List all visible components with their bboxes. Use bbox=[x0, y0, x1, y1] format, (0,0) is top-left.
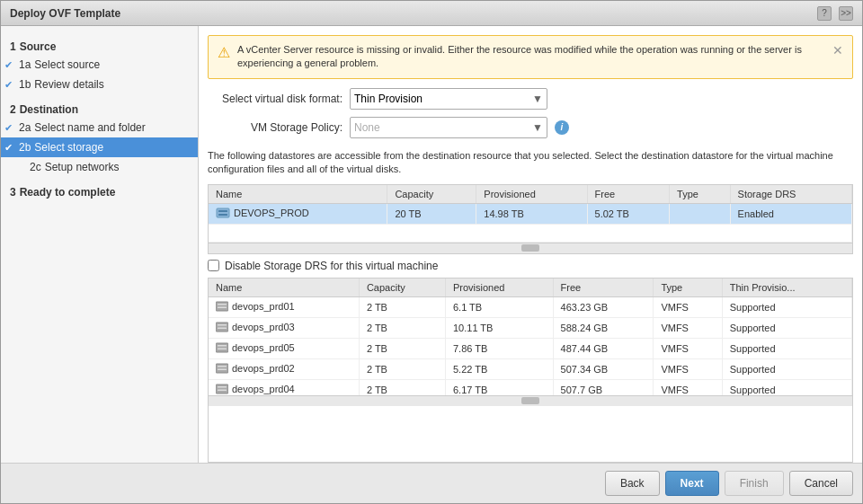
table-row[interactable]: devops_prd01 2 TB 6.1 TB 463.23 GB VMFS … bbox=[209, 296, 852, 317]
svg-rect-17 bbox=[218, 389, 227, 391]
disk-icon bbox=[216, 301, 228, 312]
sidebar-item-2c[interactable]: 2c Setup networks bbox=[1, 157, 198, 177]
table-row[interactable]: devops_prd04 2 TB 6.17 TB 507.7 GB VMFS … bbox=[209, 379, 852, 395]
cell-provisioned: 7.86 TB bbox=[445, 338, 553, 358]
cell-name: devops_prd05 bbox=[209, 338, 359, 358]
cell-type: VMFS bbox=[654, 296, 722, 317]
cell-thin-provision: Supported bbox=[722, 317, 851, 338]
col-capacity: Capacity bbox=[359, 279, 445, 297]
svg-rect-5 bbox=[218, 306, 227, 308]
cell-provisioned: 14.98 TB bbox=[476, 203, 587, 224]
cell-free: 507.7 GB bbox=[553, 379, 654, 395]
cell-name: DEVOPS_PROD bbox=[209, 203, 387, 224]
sidebar-item-1b[interactable]: ✔ 1b Review details bbox=[1, 75, 198, 94]
sidebar-item-1a[interactable]: ✔ 1a Select source bbox=[1, 55, 198, 75]
cell-type: VMFS bbox=[654, 358, 722, 379]
back-button[interactable]: Back bbox=[605, 471, 660, 496]
cell-capacity: 2 TB bbox=[359, 317, 445, 338]
disk-format-label: Select virtual disk format: bbox=[208, 93, 343, 105]
col-thin-provision: Thin Provisio... bbox=[722, 279, 851, 297]
alert-close-button[interactable]: ✕ bbox=[832, 43, 843, 57]
sidebar-section-destination: 2 Destination bbox=[1, 98, 198, 118]
col-storage-drs: Storage DRS bbox=[730, 185, 851, 204]
cell-capacity: 2 TB bbox=[359, 338, 445, 358]
deploy-ovf-dialog: Deploy OVF Template ? >> 1 Source ✔ 1a S… bbox=[0, 0, 863, 504]
svg-rect-11 bbox=[218, 348, 227, 349]
top-table: Name Capacity Provisioned Free Type Stor… bbox=[208, 184, 853, 254]
titlebar: Deploy OVF Template ? >> bbox=[1, 1, 862, 26]
disk-format-select[interactable]: Thin Provision ▼ bbox=[350, 88, 547, 110]
table-row[interactable]: devops_prd02 2 TB 5.22 TB 507.34 GB VMFS… bbox=[209, 358, 852, 379]
cell-free: 5.02 TB bbox=[587, 203, 670, 224]
cell-thin-provision: Supported bbox=[722, 379, 851, 395]
main-content: 1 Source ✔ 1a Select source ✔ 1b Review … bbox=[1, 26, 862, 463]
form-area: Select virtual disk format: Thin Provisi… bbox=[199, 88, 862, 146]
sidebar-section-ready: 3 Ready to complete bbox=[1, 181, 198, 200]
expand-button[interactable]: >> bbox=[839, 6, 853, 21]
cell-capacity: 2 TB bbox=[359, 379, 445, 395]
cell-type bbox=[670, 203, 731, 224]
table-row[interactable]: devops_prd03 2 TB 10.11 TB 588.24 GB VMF… bbox=[209, 317, 852, 338]
cell-thin-provision: Supported bbox=[722, 358, 851, 379]
col-type: Type bbox=[654, 279, 722, 297]
top-table-scrollbar[interactable] bbox=[209, 243, 852, 253]
svg-rect-8 bbox=[218, 327, 227, 329]
cancel-button[interactable]: Cancel bbox=[789, 471, 853, 496]
bottom-table: Name Capacity Provisioned Free Type Thin… bbox=[208, 278, 853, 463]
cell-free: 507.34 GB bbox=[553, 358, 654, 379]
cell-storage-drs: Enabled bbox=[730, 203, 851, 224]
cell-name: devops_prd02 bbox=[209, 358, 359, 379]
titlebar-icons: ? >> bbox=[817, 6, 853, 21]
warning-icon: ⚠ bbox=[218, 44, 230, 61]
alert-text: A vCenter Server resource is missing or … bbox=[237, 43, 825, 71]
svg-rect-6 bbox=[216, 323, 228, 332]
svg-rect-2 bbox=[218, 214, 227, 216]
table-row-empty bbox=[209, 224, 852, 242]
top-table-scroll[interactable]: Name Capacity Provisioned Free Type Stor… bbox=[209, 185, 852, 243]
disk-icon bbox=[216, 342, 228, 353]
next-button[interactable]: Next bbox=[665, 471, 719, 496]
main-panel: ⚠ A vCenter Server resource is missing o… bbox=[199, 26, 862, 463]
window-title: Deploy OVF Template bbox=[10, 7, 120, 20]
cell-provisioned: 6.1 TB bbox=[445, 296, 553, 317]
cell-provisioned: 10.11 TB bbox=[445, 317, 553, 338]
col-provisioned: Provisioned bbox=[445, 279, 553, 297]
sidebar-item-2a[interactable]: ✔ 2a Select name and folder bbox=[1, 118, 198, 137]
cell-name: devops_prd04 bbox=[209, 379, 359, 395]
table-row[interactable]: devops_prd05 2 TB 7.86 TB 487.44 GB VMFS… bbox=[209, 338, 852, 358]
cell-thin-provision: Supported bbox=[722, 296, 851, 317]
footer: Back Next Finish Cancel bbox=[1, 463, 862, 503]
svg-rect-9 bbox=[216, 343, 228, 352]
disable-drs-row: Disable Storage DRS for this virtual mac… bbox=[199, 254, 862, 278]
disk-icon bbox=[216, 363, 228, 374]
finish-button[interactable]: Finish bbox=[725, 471, 784, 496]
table-row[interactable]: DEVOPS_PROD 20 TB 14.98 TB 5.02 TB Enabl… bbox=[209, 203, 852, 224]
sidebar-item-2b[interactable]: ✔ 2b Select storage bbox=[1, 137, 198, 157]
info-icon[interactable]: i bbox=[555, 120, 569, 135]
help-button[interactable]: ? bbox=[817, 6, 832, 21]
svg-rect-16 bbox=[218, 386, 227, 388]
svg-rect-12 bbox=[216, 364, 228, 373]
cell-capacity: 2 TB bbox=[359, 358, 445, 379]
description-text: The following datastores are accessible … bbox=[199, 146, 862, 184]
disk-format-row: Select virtual disk format: Thin Provisi… bbox=[208, 88, 853, 110]
disk-icon bbox=[216, 322, 228, 332]
cell-capacity: 20 TB bbox=[387, 203, 476, 224]
vm-storage-select[interactable]: None ▼ bbox=[350, 117, 547, 138]
col-capacity: Capacity bbox=[387, 185, 476, 204]
svg-rect-1 bbox=[218, 210, 227, 212]
vm-storage-row: VM Storage Policy: None ▼ i bbox=[208, 117, 853, 138]
cell-provisioned: 6.17 TB bbox=[445, 379, 553, 395]
sidebar-section-source: 1 Source bbox=[1, 35, 198, 55]
cell-free: 487.44 GB bbox=[553, 338, 654, 358]
top-table-grid: Name Capacity Provisioned Free Type Stor… bbox=[209, 185, 852, 243]
bottom-scroll-handle bbox=[521, 397, 539, 404]
cell-type: VMFS bbox=[654, 317, 722, 338]
cell-type: VMFS bbox=[654, 338, 722, 358]
disable-drs-checkbox[interactable] bbox=[208, 260, 219, 271]
bottom-table-scroll[interactable]: Name Capacity Provisioned Free Type Thin… bbox=[209, 279, 852, 395]
cell-thin-provision: Supported bbox=[722, 338, 851, 358]
bottom-table-scrollbar[interactable] bbox=[209, 395, 852, 406]
cell-capacity: 2 TB bbox=[359, 296, 445, 317]
col-name: Name bbox=[209, 185, 387, 204]
